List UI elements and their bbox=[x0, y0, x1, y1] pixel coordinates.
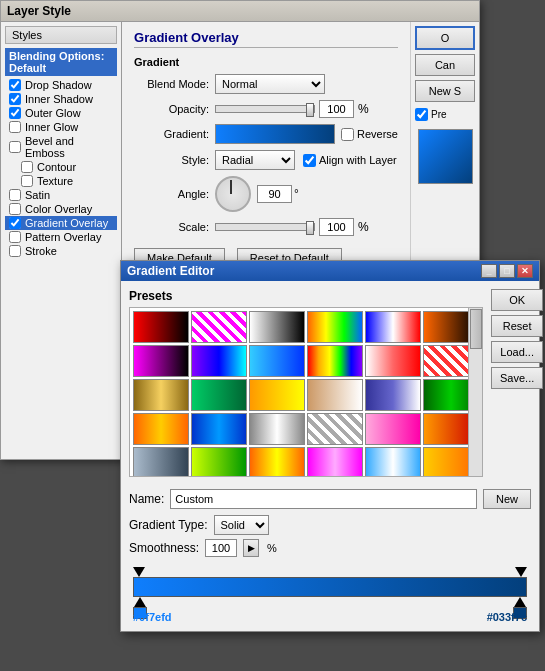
preset-item[interactable] bbox=[249, 413, 305, 445]
scale-row: Scale: % bbox=[134, 218, 398, 236]
minimize-button[interactable]: _ bbox=[481, 264, 497, 278]
preset-item[interactable] bbox=[249, 311, 305, 343]
preset-item[interactable] bbox=[191, 447, 247, 477]
preset-item[interactable] bbox=[133, 311, 189, 343]
ge-save-button[interactable]: Save... bbox=[491, 367, 543, 389]
opacity-slider-track[interactable] bbox=[215, 105, 315, 113]
style-item-drop-shadow[interactable]: Drop Shadow bbox=[5, 78, 117, 92]
section-title: Gradient Overlay bbox=[134, 30, 398, 48]
preset-item[interactable] bbox=[365, 311, 421, 343]
preset-item[interactable] bbox=[191, 413, 247, 445]
preview-checkbox[interactable] bbox=[415, 108, 428, 121]
ok-button[interactable]: O bbox=[415, 26, 475, 50]
style-item-outer-glow[interactable]: Outer Glow bbox=[5, 106, 117, 120]
preset-item[interactable] bbox=[191, 311, 247, 343]
opacity-input[interactable] bbox=[319, 100, 354, 118]
style-item-gradient-overlay[interactable]: Gradient Overlay bbox=[5, 216, 117, 230]
gradient-editor-title: Gradient Editor bbox=[127, 264, 214, 278]
blend-mode-select[interactable]: Normal Multiply Screen bbox=[215, 74, 325, 94]
preset-item[interactable] bbox=[249, 447, 305, 477]
gradient-type-select[interactable]: Solid Noise bbox=[214, 515, 269, 535]
presets-scrollbar[interactable] bbox=[468, 308, 482, 476]
gradient-preview[interactable] bbox=[215, 124, 335, 144]
gradient-overlay-checkbox[interactable] bbox=[9, 217, 21, 229]
satin-checkbox[interactable] bbox=[9, 189, 21, 201]
style-item-stroke[interactable]: Stroke bbox=[5, 244, 117, 258]
cancel-button[interactable]: Can bbox=[415, 54, 475, 76]
name-input[interactable] bbox=[170, 489, 477, 509]
scale-slider-thumb[interactable] bbox=[306, 221, 314, 235]
scale-unit: % bbox=[358, 220, 369, 234]
blending-options-item[interactable]: Blending Options: Default bbox=[5, 48, 117, 76]
style-item-texture[interactable]: Texture bbox=[5, 174, 117, 188]
color-stop-right-arrow[interactable] bbox=[514, 597, 526, 607]
style-item-pattern-overlay[interactable]: Pattern Overlay bbox=[5, 230, 117, 244]
maximize-button[interactable]: □ bbox=[499, 264, 515, 278]
style-item-contour[interactable]: Contour bbox=[5, 160, 117, 174]
scale-input[interactable] bbox=[319, 218, 354, 236]
opacity-stop-right[interactable] bbox=[515, 567, 527, 577]
preset-item[interactable] bbox=[365, 379, 421, 411]
style-item-bevel-emboss[interactable]: Bevel and Emboss bbox=[5, 134, 117, 160]
preset-item[interactable] bbox=[307, 447, 363, 477]
preset-item[interactable] bbox=[133, 379, 189, 411]
opacity-stop-left[interactable] bbox=[133, 567, 145, 577]
align-layer-checkbox[interactable] bbox=[303, 154, 316, 167]
preset-item[interactable] bbox=[307, 413, 363, 445]
outer-glow-checkbox[interactable] bbox=[9, 107, 21, 119]
style-label: Style: bbox=[134, 154, 209, 166]
pattern-overlay-checkbox[interactable] bbox=[9, 231, 21, 243]
style-select[interactable]: Radial Linear Angle bbox=[215, 150, 295, 170]
new-style-button[interactable]: New S bbox=[415, 80, 475, 102]
reverse-row: Reverse bbox=[341, 128, 398, 141]
angle-dial[interactable] bbox=[215, 176, 251, 212]
ge-reset-button[interactable]: Reset bbox=[491, 315, 543, 337]
drop-shadow-checkbox[interactable] bbox=[9, 79, 21, 91]
preset-item[interactable] bbox=[307, 379, 363, 411]
style-item-inner-glow[interactable]: Inner Glow bbox=[5, 120, 117, 134]
gradient-editor-titlebar: Gradient Editor _ □ ✕ bbox=[121, 261, 539, 281]
reverse-checkbox[interactable] bbox=[341, 128, 354, 141]
gradient-editor-content: Presets bbox=[121, 281, 539, 485]
gradient-bar[interactable] bbox=[133, 577, 527, 597]
smoothness-label: Smoothness: bbox=[129, 541, 199, 555]
style-item-inner-shadow[interactable]: Inner Shadow bbox=[5, 92, 117, 106]
inner-shadow-checkbox[interactable] bbox=[9, 93, 21, 105]
preset-item[interactable] bbox=[365, 413, 421, 445]
preset-item[interactable] bbox=[307, 345, 363, 377]
texture-checkbox[interactable] bbox=[21, 175, 33, 187]
close-button[interactable]: ✕ bbox=[517, 264, 533, 278]
preset-item[interactable] bbox=[133, 447, 189, 477]
preset-item[interactable] bbox=[365, 345, 421, 377]
scrollbar-thumb[interactable] bbox=[470, 309, 482, 349]
style-item-color-overlay[interactable]: Color Overlay bbox=[5, 202, 117, 216]
preset-item[interactable] bbox=[133, 345, 189, 377]
styles-panel-header: Styles bbox=[5, 26, 117, 44]
angle-input[interactable] bbox=[257, 185, 292, 203]
ge-ok-button[interactable]: OK bbox=[491, 289, 543, 311]
blend-mode-row: Blend Mode: Normal Multiply Screen bbox=[134, 74, 398, 94]
scale-slider-track[interactable] bbox=[215, 223, 315, 231]
preset-item[interactable] bbox=[365, 447, 421, 477]
opacity-slider-thumb[interactable] bbox=[306, 103, 314, 117]
preset-item[interactable] bbox=[249, 379, 305, 411]
name-row: Name: New bbox=[129, 489, 531, 509]
stroke-checkbox[interactable] bbox=[9, 245, 21, 257]
new-button[interactable]: New bbox=[483, 489, 531, 509]
name-label: Name: bbox=[129, 492, 164, 506]
smoothness-input[interactable] bbox=[205, 539, 237, 557]
preset-item[interactable] bbox=[133, 413, 189, 445]
preset-item[interactable] bbox=[191, 345, 247, 377]
preset-item[interactable] bbox=[307, 311, 363, 343]
preset-item[interactable] bbox=[191, 379, 247, 411]
color-overlay-checkbox[interactable] bbox=[9, 203, 21, 215]
style-item-satin[interactable]: Satin bbox=[5, 188, 117, 202]
contour-checkbox[interactable] bbox=[21, 161, 33, 173]
color-stop-left-arrow[interactable] bbox=[134, 597, 146, 607]
bevel-emboss-checkbox[interactable] bbox=[9, 141, 21, 153]
preset-item[interactable] bbox=[249, 345, 305, 377]
ge-load-button[interactable]: Load... bbox=[491, 341, 543, 363]
inner-glow-checkbox[interactable] bbox=[9, 121, 21, 133]
styles-panel: Styles Blending Options: Default Drop Sh… bbox=[1, 22, 122, 458]
smoothness-arrow-button[interactable]: ▶ bbox=[243, 539, 259, 557]
